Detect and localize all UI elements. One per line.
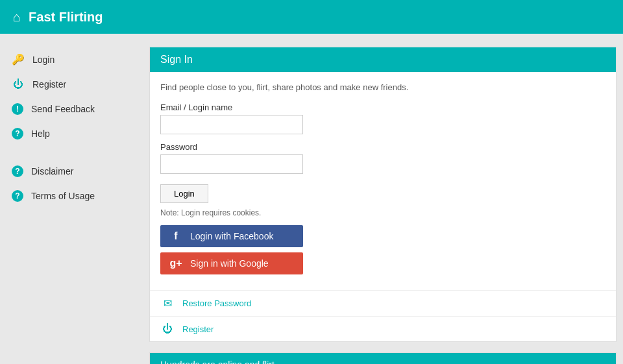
facebook-icon: f [168,230,184,242]
disclaimer-icon: ? [12,165,23,177]
sidebar-label-disclaimer: Disclaimer [31,166,73,176]
restore-password-link[interactable]: Restore Password [182,298,251,308]
power-icon: ⏻ [12,79,25,90]
main-layout: 🔑 Login ⏻ Register ! Send Feedback ? Hel… [0,34,623,364]
signin-card-header: Sign In [150,47,616,72]
register-icon: ⏻ [160,323,175,335]
online-card: Hundreds are online and flirt MWPSALKTJR… [149,352,617,364]
signin-card: Sign In Find people close to you, flirt,… [149,47,617,342]
key-icon: 🔑 [12,53,25,66]
password-input[interactable] [160,154,303,174]
restore-password-row: ✉ Restore Password [150,290,616,316]
main-content: Sign In Find people close to you, flirt,… [149,47,617,364]
sidebar-label-terms: Terms of Usage [31,191,95,201]
sidebar: 🔑 Login ⏻ Register ! Send Feedback ? Hel… [6,47,136,364]
login-button[interactable]: Login [160,184,208,203]
email-input[interactable] [160,115,303,134]
sidebar-item-terms[interactable]: ? Terms of Usage [6,184,136,208]
home-icon[interactable]: ⌂ [13,10,21,25]
email-form-group: Email / Login name [160,103,605,134]
envelope-icon: ✉ [160,297,175,309]
sidebar-label-login: Login [32,55,55,65]
online-card-header: Hundreds are online and flirt [150,353,616,364]
sidebar-divider [6,146,136,159]
signin-subtitle: Find people close to you, flirt, share p… [160,82,605,92]
sidebar-item-disclaimer[interactable]: ? Disclaimer [6,159,136,184]
app-title: Fast Flirting [29,10,103,25]
signin-card-body: Find people close to you, flirt, share p… [150,72,616,290]
sidebar-label-feedback: Send Feedback [31,104,95,114]
sidebar-label-register: Register [32,79,66,90]
terms-icon: ? [12,190,23,202]
google-login-button[interactable]: g+ Sign in with Google [160,252,303,274]
email-label: Email / Login name [160,103,605,112]
password-label: Password [160,142,605,152]
sidebar-item-help[interactable]: ? Help [6,121,136,146]
sidebar-label-help: Help [31,128,50,139]
google-button-label: Sign in with Google [190,258,269,269]
sidebar-item-login[interactable]: 🔑 Login [6,47,136,72]
password-form-group: Password [160,142,605,174]
facebook-button-label: Login with Facebook [190,231,273,241]
help-icon: ? [12,128,23,140]
login-note: Note: Login requires cookies. [160,208,605,217]
register-link[interactable]: Register [182,324,214,334]
app-header: ⌂ Fast Flirting [0,0,623,34]
sidebar-item-send-feedback[interactable]: ! Send Feedback [6,97,136,121]
register-row: ⏻ Register [150,316,616,341]
sidebar-item-register[interactable]: ⏻ Register [6,72,136,97]
google-icon: g+ [168,258,184,269]
facebook-login-button[interactable]: f Login with Facebook [160,225,303,247]
exclamation-icon: ! [12,103,23,115]
